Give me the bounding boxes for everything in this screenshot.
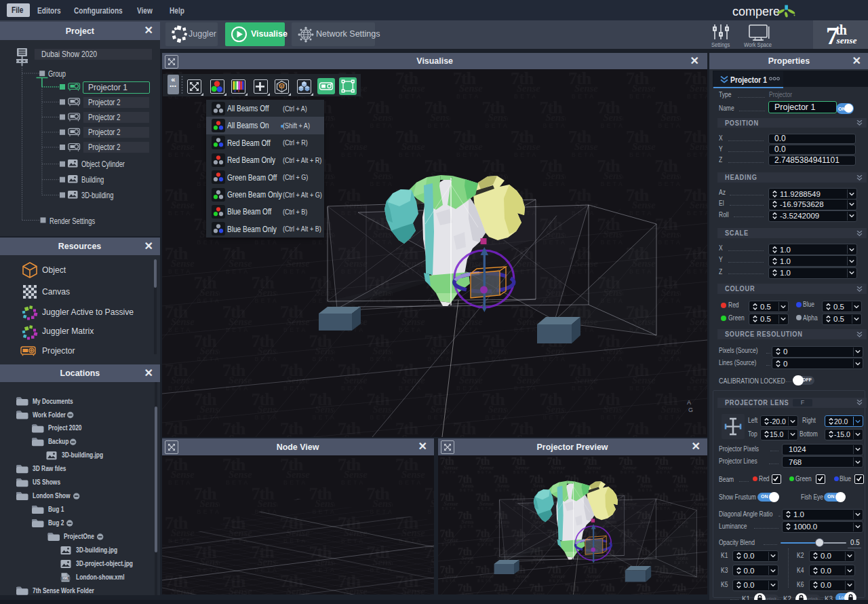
svg-text:sense: sense <box>836 35 857 45</box>
svg-text:XML: XML <box>62 577 69 580</box>
svg-text:compere: compere <box>732 5 780 18</box>
svg-text:A: A <box>687 399 691 406</box>
svg-text:G: G <box>688 407 693 413</box>
